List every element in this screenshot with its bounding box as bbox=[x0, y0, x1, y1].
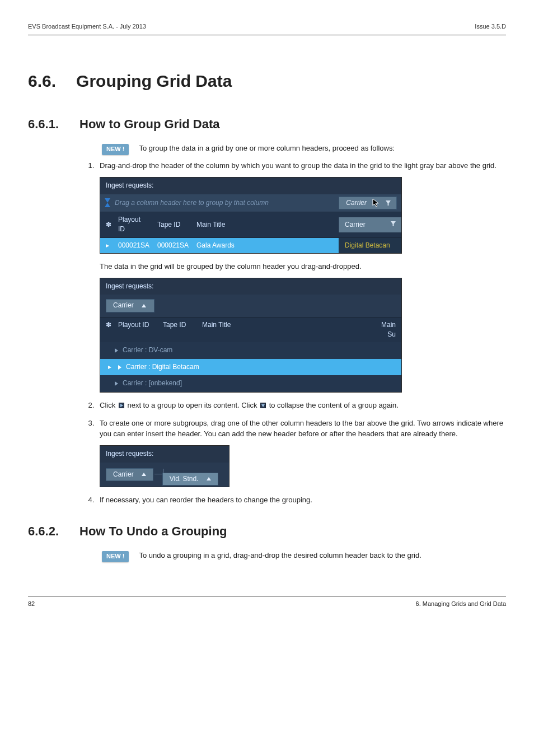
footer-section: 6. Managing Grids and Grid Data bbox=[416, 600, 506, 609]
insert-arrows-icon bbox=[105, 198, 110, 207]
group-label: Carrier : [onbekend] bbox=[123, 379, 182, 388]
shot2-title: Ingest requests: bbox=[100, 278, 401, 295]
row-marker-icon: ▸ bbox=[100, 238, 113, 253]
after-shot1-text: The data in the grid will be grouped by … bbox=[100, 262, 506, 272]
section-title: Grouping Grid Data bbox=[76, 69, 232, 94]
step-1: Drag-and-drop the header of the column b… bbox=[96, 161, 506, 392]
group-row-digital-betacam[interactable]: ▸ Carrier : Digital Betacam bbox=[100, 359, 401, 375]
subsection-number-2: 6.6.2. bbox=[28, 522, 66, 540]
col-carrier[interactable]: Carrier bbox=[339, 217, 401, 232]
step-4-text: If necessary, you can reorder the header… bbox=[100, 496, 312, 504]
group-row-dvcam[interactable]: Carrier : DV-cam bbox=[100, 342, 401, 358]
step-2: Click next to a group to open its conten… bbox=[96, 400, 506, 411]
shot2-group-bar[interactable]: Carrier bbox=[100, 295, 401, 316]
expand-icon[interactable] bbox=[115, 348, 118, 353]
group-label: Carrier : DV-cam bbox=[123, 346, 172, 355]
col-tape[interactable]: Tape ID bbox=[152, 217, 191, 232]
col-main-su[interactable]: Main Su bbox=[368, 318, 401, 343]
screenshot-1: Ingest requests: Drag a column header he… bbox=[100, 177, 402, 254]
shot2-carrier-chip[interactable]: Carrier bbox=[106, 299, 154, 312]
chip-label: Vid. Stnd. bbox=[170, 474, 199, 484]
expand-icon[interactable] bbox=[115, 381, 118, 386]
svg-marker-1 bbox=[105, 203, 110, 207]
cell-playout: 000021SA bbox=[113, 238, 152, 253]
expand-right-icon bbox=[119, 403, 124, 408]
shot3-chip-carrier[interactable]: Carrier bbox=[106, 468, 153, 481]
shot1-title: Ingest requests: bbox=[100, 178, 401, 194]
col-main-title[interactable]: Main Title bbox=[196, 318, 368, 343]
intro-text-2: To undo a grouping in a grid, drag-and-d… bbox=[139, 550, 506, 561]
subsection-heading-2: 6.6.2. How To Undo a Grouping bbox=[28, 522, 506, 540]
row-marker-icon: ▸ bbox=[108, 362, 114, 372]
section-heading: 6.6. Grouping Grid Data bbox=[28, 69, 506, 94]
step-1-text: Drag-and-drop the header of the column b… bbox=[100, 161, 496, 170]
step-4: If necessary, you can reorder the header… bbox=[96, 495, 506, 506]
expand-icon[interactable] bbox=[118, 365, 121, 370]
step-2-text-b: next to a group to open its content. Cli… bbox=[127, 401, 257, 409]
carrier-chip-label: Carrier bbox=[346, 198, 367, 208]
group-row-onbekend[interactable]: Carrier : [onbekend] bbox=[100, 375, 401, 391]
cell-main-title: Gala Awards bbox=[191, 238, 339, 253]
screenshot-2: Ingest requests: Carrier ✽ Playout ID Ta… bbox=[100, 278, 402, 393]
col-tape[interactable]: Tape ID bbox=[157, 318, 196, 343]
shot1-dropzone[interactable]: Drag a column header here to group by th… bbox=[100, 194, 401, 212]
star-column-icon[interactable]: ✽ bbox=[100, 318, 113, 343]
step-3-text: To create one or more subgroups, drag on… bbox=[100, 419, 503, 438]
sort-ascending-icon bbox=[142, 473, 146, 476]
steps-list: Drag-and-drop the header of the column b… bbox=[96, 161, 506, 506]
cursor-icon bbox=[372, 198, 380, 207]
shot1-data-row[interactable]: ▸ 000021SA 000021SA Gala Awards Digital … bbox=[100, 237, 401, 253]
page-header-right: Issue 3.5.D bbox=[475, 22, 506, 31]
filter-icon bbox=[391, 221, 396, 226]
intro-text-1: To group the data in a grid by one or mo… bbox=[139, 143, 506, 154]
step-3: To create one or more subgroups, drag on… bbox=[96, 418, 506, 487]
shot3-chip-vidstnd[interactable]: Vid. Stnd. bbox=[162, 473, 218, 486]
cell-carrier: Digital Betacan bbox=[339, 238, 401, 253]
col-carrier-label: Carrier bbox=[345, 221, 366, 228]
chip-label: Carrier bbox=[113, 470, 134, 479]
section-number: 6.6. bbox=[28, 69, 56, 94]
page-number: 82 bbox=[28, 600, 35, 609]
group-label: Carrier : Digital Betacam bbox=[126, 362, 199, 372]
shot2-carrier-chip-label: Carrier bbox=[113, 301, 134, 310]
col-playout[interactable]: Playout ID bbox=[113, 318, 157, 343]
new-badge: NEW ! bbox=[102, 144, 129, 155]
sort-ascending-icon bbox=[207, 477, 211, 480]
col-playout[interactable]: Playout ID bbox=[113, 212, 152, 237]
star-column-icon[interactable]: ✽ bbox=[100, 217, 113, 232]
shot1-header-row: ✽ Playout ID Tape ID Main Title Carrier bbox=[100, 212, 401, 237]
filter-icon bbox=[386, 200, 391, 206]
step-2-text-a: Click bbox=[100, 401, 115, 409]
subsection-title-2: How To Undo a Grouping bbox=[79, 522, 227, 540]
col-main-title[interactable]: Main Title bbox=[191, 217, 339, 232]
subsection-number-1: 6.6.1. bbox=[28, 115, 66, 133]
sort-ascending-icon bbox=[142, 304, 146, 307]
svg-marker-2 bbox=[373, 199, 378, 207]
subsection-heading-1: 6.6.1. How to Group Grid Data bbox=[28, 115, 506, 133]
shot1-dropzone-text: Drag a column header here to group by th… bbox=[115, 198, 269, 208]
shot2-header-row: ✽ Playout ID Tape ID Main Title Main Su bbox=[100, 317, 401, 343]
subsection-title-1: How to Group Grid Data bbox=[79, 115, 220, 133]
shot3-group-bar[interactable]: Carrier Vid. Stnd. bbox=[100, 463, 229, 487]
svg-marker-4 bbox=[391, 221, 396, 226]
cell-tape: 000021SA bbox=[152, 238, 191, 253]
svg-marker-0 bbox=[105, 198, 110, 203]
shot1-carrier-chip[interactable]: Carrier bbox=[339, 197, 397, 209]
new-badge: NEW ! bbox=[102, 551, 129, 562]
svg-marker-3 bbox=[386, 200, 391, 206]
step-2-text-c: to collapse the content of a group again… bbox=[269, 401, 399, 409]
screenshot-3: Ingest requests: Carrier Vid. Stnd. bbox=[100, 445, 229, 487]
page-header-left: EVS Broadcast Equipment S.A. - July 2013 bbox=[28, 22, 146, 31]
collapse-down-icon bbox=[260, 403, 266, 408]
shot3-title: Ingest requests: bbox=[100, 446, 229, 462]
